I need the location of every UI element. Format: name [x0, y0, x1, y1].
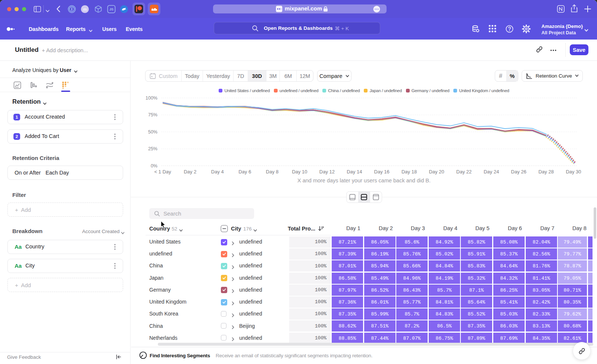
svg-text:50%: 50% — [148, 129, 157, 135]
svg-text:Day 14: Day 14 — [347, 169, 362, 175]
svg-text:Day 20: Day 20 — [429, 169, 444, 175]
svg-text:Day 18: Day 18 — [401, 169, 417, 175]
svg-text:Day 10: Day 10 — [292, 169, 307, 175]
svg-text:Day 26: Day 26 — [511, 169, 526, 175]
svg-text:m: m — [83, 7, 87, 11]
svg-text:Day 16: Day 16 — [374, 169, 390, 175]
svg-text:25%: 25% — [148, 146, 157, 151]
svg-text:JS: JS — [109, 7, 113, 11]
svg-text:100%: 100% — [146, 95, 157, 101]
svg-text:Day 12: Day 12 — [319, 169, 335, 175]
svg-text:Day 8: Day 8 — [266, 169, 279, 175]
svg-text:< 1 Day: < 1 Day — [154, 169, 171, 175]
svg-text:Day 6: Day 6 — [238, 169, 251, 175]
svg-text:Day 2: Day 2 — [184, 169, 196, 175]
svg-text:75%: 75% — [148, 112, 157, 117]
svg-text:Day 24: Day 24 — [484, 169, 499, 175]
svg-text:Day 30: Day 30 — [566, 169, 581, 175]
svg-text:Day 28: Day 28 — [538, 169, 554, 175]
svg-text:Day 22: Day 22 — [456, 169, 472, 175]
svg-text:Day 4: Day 4 — [211, 169, 224, 175]
svg-text:0%: 0% — [151, 163, 157, 169]
